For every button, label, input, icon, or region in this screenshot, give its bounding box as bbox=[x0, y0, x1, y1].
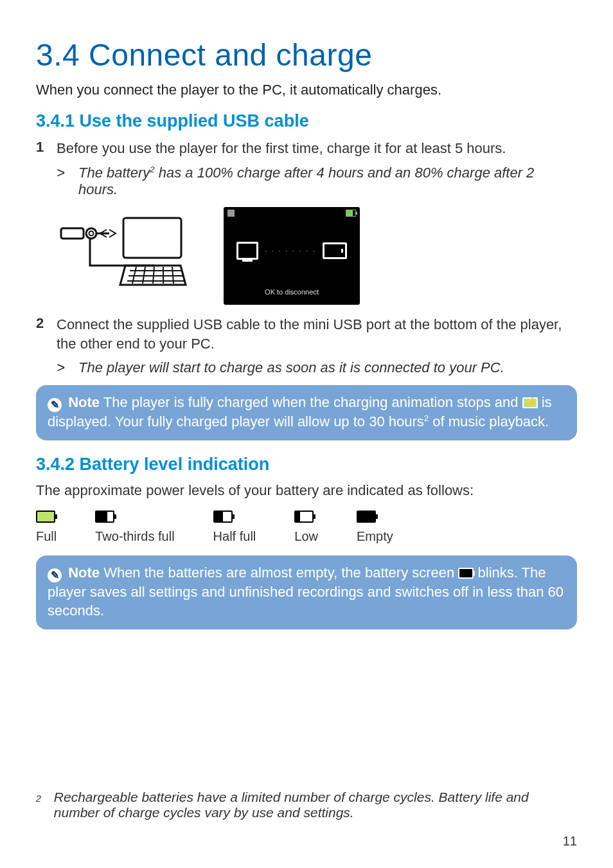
svg-rect-3 bbox=[123, 218, 181, 258]
note-text-3: of music playback. bbox=[429, 413, 549, 429]
svg-point-2 bbox=[89, 231, 94, 236]
step-2: 2 Connect the supplied USB cable to the … bbox=[36, 315, 577, 353]
player-screen-illustration: · · · · · · · · OK to disconnect bbox=[224, 207, 360, 305]
battery-level-label: Empty bbox=[357, 529, 393, 544]
footnote-text: Rechargeable batteries have a limited nu… bbox=[54, 790, 577, 820]
step-number: 1 bbox=[36, 139, 57, 158]
step-1: 1 Before you use the player for the firs… bbox=[36, 139, 577, 158]
step-text: Before you use the player for the first … bbox=[57, 139, 506, 158]
battery-level-full: Full bbox=[36, 511, 57, 544]
battery-charged-icon bbox=[522, 397, 538, 408]
page-number: 11 bbox=[563, 834, 577, 849]
battery-level-low: Low bbox=[294, 511, 318, 544]
note-text-1: When the batteries are almost empty, the… bbox=[100, 565, 458, 581]
battery-levels-row: Full Two-thirds full Half full Low Empty bbox=[36, 511, 577, 544]
battery-level-label: Two-thirds full bbox=[95, 529, 174, 544]
sub-text: The player will start to charge as soon … bbox=[78, 359, 504, 376]
battery-level-twothirds: Two-thirds full bbox=[95, 511, 174, 544]
player-icon bbox=[323, 242, 347, 259]
sub-marker: > bbox=[57, 359, 78, 376]
pc-icon bbox=[236, 242, 258, 260]
manual-page: 3.4 Connect and charge When you connect … bbox=[0, 0, 613, 868]
note-label: Note bbox=[68, 565, 100, 581]
step-2-substep: > The player will start to charge as soo… bbox=[36, 359, 577, 376]
step-number: 2 bbox=[36, 315, 57, 353]
note-icon: ✎ bbox=[48, 398, 62, 412]
battery-level-label: Half full bbox=[213, 529, 256, 544]
step-1-substep: > The battery2 has a 100% charge after 4… bbox=[36, 165, 577, 198]
battery-twothirds-icon bbox=[95, 511, 114, 523]
section-intro: When you connect the player to the PC, i… bbox=[36, 82, 577, 98]
battery-intro: The approximate power levels of your bat… bbox=[36, 482, 577, 499]
battery-level-label: Full bbox=[36, 529, 57, 544]
footnote-number: 2 bbox=[36, 790, 41, 820]
transfer-dots-icon: · · · · · · · · bbox=[265, 244, 316, 258]
battery-empty-icon bbox=[357, 511, 376, 523]
battery-level-half: Half full bbox=[213, 511, 256, 544]
svg-rect-0 bbox=[61, 228, 84, 239]
note-label: Note bbox=[68, 394, 100, 410]
battery-low-icon bbox=[294, 511, 314, 523]
step-text: Connect the supplied USB cable to the mi… bbox=[57, 315, 577, 353]
note-icon: ✎ bbox=[48, 568, 62, 583]
note-callout-charge: ✎ Note The player is fully charged when … bbox=[36, 385, 577, 440]
battery-level-label: Low bbox=[294, 529, 318, 544]
battery-icon bbox=[346, 210, 356, 217]
note-text-1: The player is fully charged when the cha… bbox=[100, 394, 522, 410]
battery-full-icon bbox=[36, 511, 55, 523]
player-screen-message: OK to disconnect bbox=[224, 288, 360, 296]
pc-connection-illustration bbox=[58, 215, 193, 296]
sub-text: The battery2 has a 100% charge after 4 h… bbox=[78, 165, 577, 198]
battery-blink-icon bbox=[458, 568, 474, 579]
section-heading: 3.4 Connect and charge bbox=[36, 37, 577, 73]
footnote-ref: 2 bbox=[150, 165, 154, 174]
sd-icon bbox=[227, 210, 235, 217]
sub-marker: > bbox=[57, 165, 78, 198]
svg-point-1 bbox=[86, 228, 96, 239]
footnote: 2 Rechargeable batteries have a limited … bbox=[36, 790, 577, 820]
note-callout-lowbatt: ✎ Note When the batteries are almost emp… bbox=[36, 556, 577, 629]
battery-level-empty: Empty bbox=[357, 511, 393, 544]
subsection-heading-battery: 3.4.2 Battery level indication bbox=[36, 455, 577, 475]
illustration-row: · · · · · · · · OK to disconnect bbox=[58, 207, 577, 305]
battery-half-icon bbox=[213, 511, 233, 523]
subsection-heading-usb: 3.4.1 Use the supplied USB cable bbox=[36, 111, 577, 131]
sub-text-part-a: The battery bbox=[78, 165, 150, 181]
